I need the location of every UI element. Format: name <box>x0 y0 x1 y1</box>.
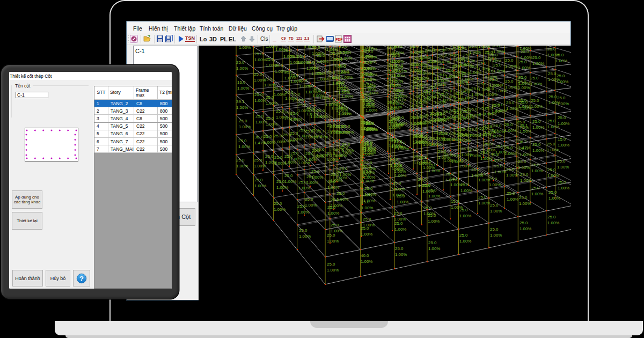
svg-text:25.0: 25.0 <box>317 90 325 94</box>
svg-text:1.00%: 1.00% <box>485 56 496 61</box>
svg-text:25.0: 25.0 <box>292 92 301 97</box>
svg-text:1.00%: 1.00% <box>239 124 251 129</box>
svg-text:1.00%: 1.00% <box>336 197 348 202</box>
svg-text:25.0: 25.0 <box>327 262 335 267</box>
svg-text:1.00%: 1.00% <box>254 57 266 62</box>
svg-text:25.0: 25.0 <box>433 60 441 64</box>
svg-text:1.00%: 1.00% <box>471 173 483 178</box>
svg-text:1.47%: 1.47% <box>412 85 424 90</box>
svg-text:1.00%: 1.00% <box>532 125 544 130</box>
svg-text:1.00%: 1.00% <box>394 227 406 232</box>
svg-text:25.0: 25.0 <box>531 163 540 167</box>
svg-text:25.0: 25.0 <box>495 144 504 149</box>
svg-text:1.00%: 1.00% <box>485 75 497 79</box>
svg-text:1.00%: 1.00% <box>317 59 328 64</box>
svg-text:25.0: 25.0 <box>547 167 556 172</box>
svg-text:1.00%: 1.00% <box>433 48 445 53</box>
svg-text:1.00%: 1.00% <box>489 182 501 187</box>
svg-text:1.00%: 1.00% <box>531 168 543 173</box>
svg-text:1.00%: 1.00% <box>317 95 328 100</box>
svg-text:25.0: 25.0 <box>547 215 556 219</box>
svg-text:25.0: 25.0 <box>506 167 515 172</box>
svg-text:25.0: 25.0 <box>454 110 463 115</box>
svg-text:25.0: 25.0 <box>339 46 348 49</box>
svg-text:25.0: 25.0 <box>532 55 541 60</box>
svg-text:1.00%: 1.00% <box>342 148 354 153</box>
svg-text:25.0: 25.0 <box>518 79 526 84</box>
svg-text:25.0: 25.0 <box>548 190 557 195</box>
svg-text:1.00%: 1.00% <box>438 155 450 160</box>
svg-text:1.00%: 1.00% <box>389 125 400 130</box>
svg-text:25.0: 25.0 <box>389 137 397 142</box>
svg-text:25.0: 25.0 <box>478 82 487 86</box>
svg-text:25.0: 25.0 <box>394 211 402 216</box>
svg-text:1.00%: 1.00% <box>297 210 309 215</box>
svg-text:1.00%: 1.00% <box>456 79 468 84</box>
svg-text:25.0: 25.0 <box>239 119 247 123</box>
svg-text:55.0: 55.0 <box>519 100 528 105</box>
svg-text:25.0: 25.0 <box>298 102 306 107</box>
svg-text:1.00%: 1.00% <box>547 148 559 152</box>
svg-text:1.00%: 1.00% <box>411 50 422 55</box>
svg-text:25.0: 25.0 <box>274 134 282 138</box>
svg-text:25.0: 25.0 <box>266 95 274 100</box>
svg-text:1.00%: 1.00% <box>434 82 446 87</box>
svg-text:1.00%: 1.00% <box>236 164 248 168</box>
svg-text:25.0: 25.0 <box>495 102 504 107</box>
svg-text:1.00%: 1.00% <box>340 56 352 61</box>
svg-text:25.0: 25.0 <box>331 51 339 56</box>
svg-text:25.0: 25.0 <box>438 149 447 154</box>
svg-text:1.00%: 1.00% <box>519 46 531 51</box>
svg-text:1.00%: 1.00% <box>428 219 440 224</box>
svg-text:25.0: 25.0 <box>390 83 398 87</box>
svg-text:1.00%: 1.00% <box>504 128 516 133</box>
svg-text:25.0: 25.0 <box>254 158 262 163</box>
svg-text:25.0: 25.0 <box>434 130 442 135</box>
svg-text:1.00%: 1.00% <box>316 153 328 158</box>
svg-text:1.00%: 1.00% <box>460 188 472 193</box>
svg-text:25.0: 25.0 <box>236 158 245 163</box>
svg-text:25.0: 25.0 <box>236 60 245 65</box>
svg-text:25.0: 25.0 <box>365 49 374 54</box>
svg-text:25.0: 25.0 <box>327 233 335 238</box>
svg-text:1.00%: 1.00% <box>558 121 569 126</box>
svg-text:25.0: 25.0 <box>317 71 325 76</box>
svg-text:1.00%: 1.00% <box>532 61 544 66</box>
svg-text:25.0: 25.0 <box>445 68 454 73</box>
svg-text:PDF: PDF <box>335 38 342 41</box>
svg-text:1.00%: 1.00% <box>341 94 353 99</box>
svg-text:1.00%: 1.00% <box>331 203 342 208</box>
svg-text:25.0: 25.0 <box>387 100 396 105</box>
svg-text:25.0: 25.0 <box>331 223 339 227</box>
svg-text:25.0: 25.0 <box>507 191 515 196</box>
svg-text:16.0: 16.0 <box>495 83 503 87</box>
svg-text:1.00%: 1.00% <box>428 194 440 199</box>
svg-text:1.00%: 1.00% <box>290 60 302 65</box>
svg-text:25.0: 25.0 <box>519 221 528 225</box>
svg-text:1.00%: 1.00% <box>365 72 377 77</box>
svg-text:25.0: 25.0 <box>411 46 419 49</box>
svg-text:25.0: 25.0 <box>339 166 348 171</box>
svg-text:1.00%: 1.00% <box>292 98 304 102</box>
svg-text:1.00%: 1.00% <box>363 175 375 180</box>
svg-text:1.00%: 1.00% <box>478 46 490 49</box>
svg-text:25.0: 25.0 <box>428 240 437 245</box>
svg-text:1.00%: 1.00% <box>311 175 323 180</box>
svg-text:1.00%: 1.00% <box>494 170 506 174</box>
svg-text:1.00%: 1.00% <box>411 121 422 126</box>
svg-text:25.0: 25.0 <box>557 74 565 78</box>
svg-text:25.0: 25.0 <box>493 123 502 128</box>
svg-text:25.0: 25.0 <box>418 177 427 182</box>
svg-text:25.0: 25.0 <box>332 75 341 80</box>
svg-text:25.0: 25.0 <box>547 119 556 123</box>
svg-text:15.0: 15.0 <box>451 199 459 204</box>
svg-text:1.00%: 1.00% <box>306 180 318 185</box>
svg-text:1.00%: 1.00% <box>486 92 497 97</box>
svg-text:25.0: 25.0 <box>518 159 526 164</box>
svg-text:25.0: 25.0 <box>389 63 397 68</box>
svg-text:1.00%: 1.00% <box>397 200 408 204</box>
svg-text:25.0: 25.0 <box>364 60 372 65</box>
svg-text:25.0: 25.0 <box>485 69 494 74</box>
svg-text:25.0: 25.0 <box>547 47 556 52</box>
svg-text:1.00%: 1.00% <box>392 193 404 197</box>
